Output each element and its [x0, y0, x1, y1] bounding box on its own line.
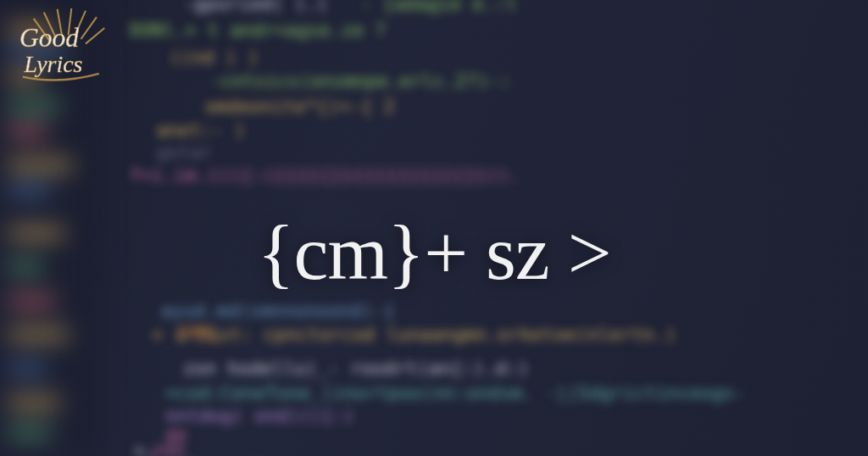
code-line: zdn — [152, 439, 186, 456]
code-line: =cod:CeneTone_(inortpoo(nn:ondsm. -||Sdg… — [165, 382, 746, 403]
code-line: nntdog( ond)(({:) — [165, 405, 355, 426]
code-line: zon hodellu)_- roodrt(an{:).d:) — [183, 358, 529, 379]
center-text: {cm}+ sz > — [257, 209, 610, 296]
code-line: ayud.md(smnnonoond)-{ — [161, 300, 396, 321]
good-lyrics-logo: Good Lyrics — [8, 5, 119, 86]
code-line: f=i.im.((({:({{{{{}}{{{{{{{{{{}})). — [130, 164, 520, 186]
code-line: anet:- ) — [156, 120, 245, 141]
logo-bottom-text: Lyrics — [24, 51, 83, 77]
code-line: DMN, — [179, 323, 224, 344]
code-line: DONl.> t andr<agse.ze ? — [130, 19, 387, 41]
svg-line-6 — [86, 28, 104, 44]
code-line: - {adagie e.:l — [361, 0, 517, 14]
image-stage: -gporied( ).( - {adagie e.:lDONl.> t and… — [0, 0, 868, 456]
code-line: -cntsics(onsmnpe.erlc.2?)-: — [209, 70, 511, 92]
code-line: ((nd ) ) — [170, 47, 259, 68]
center-overlay-text: {cm}+ sz > — [0, 208, 868, 298]
code-line: < ( )1st: cpnctorcod lunaangmn.orketoe(n… — [152, 324, 676, 345]
logo-top-text: Good — [19, 23, 79, 53]
code-line: omdeonite*{)=-{ 2 — [205, 96, 395, 117]
code-line: gotar — [156, 142, 212, 163]
code-line: -gporied( ).( — [183, 0, 328, 14]
